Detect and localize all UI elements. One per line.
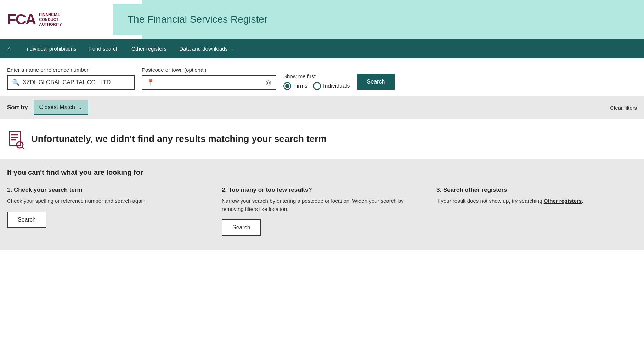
help-search-button-1[interactable]: Search (7, 212, 46, 228)
clear-filters-button[interactable]: Clear filters (610, 105, 637, 111)
postcode-input[interactable] (157, 79, 263, 86)
name-search-field: Enter a name or reference number 🔍 (7, 67, 135, 90)
sort-current-value: Closest Match (39, 104, 75, 110)
home-icon[interactable]: ⌂ (7, 44, 12, 53)
fca-logo: FCA FINANCIAL CONDUCT AUTHORITY (7, 12, 62, 27)
nav-fund-search[interactable]: Fund search (83, 39, 125, 58)
svg-rect-0 (9, 131, 21, 145)
search-button[interactable]: Search (357, 74, 395, 90)
fca-authority-text: FINANCIAL CONDUCT AUTHORITY (39, 12, 62, 27)
nav-other-registers[interactable]: Other registers (125, 39, 173, 58)
individuals-radio-button[interactable] (313, 82, 321, 90)
help-item-3-heading: 3. Search other registers (436, 187, 637, 194)
name-search-input[interactable] (23, 79, 130, 86)
top-header: FCA FINANCIAL CONDUCT AUTHORITY The Fina… (0, 0, 644, 39)
help-item-1: 1. Check your search term Check your spe… (7, 187, 208, 236)
help-item-1-body: Check your spelling or reference number … (7, 197, 208, 205)
search-section: Enter a name or reference number 🔍 Postc… (0, 58, 644, 96)
document-search-icon (7, 131, 26, 149)
sort-bar: Sort by Closest Match ⌄ Clear filters (0, 96, 644, 119)
postcode-input-wrap: 📍 ◎ (142, 75, 276, 90)
help-item-3-body: If your result does not show up, try sea… (436, 197, 637, 205)
search-icon: 🔍 (12, 79, 20, 86)
help-item-2-heading: 2. Too many or too few results? (222, 187, 422, 194)
radio-group: Firms Individuals (283, 82, 350, 90)
help-search-button-2[interactable]: Search (222, 219, 261, 236)
postcode-search-label: Postcode or town (optional) (142, 67, 276, 73)
help-section: If you can't find what you are looking f… (0, 159, 644, 250)
help-item-1-heading: 1. Check your search term (7, 187, 208, 194)
help-item-2-body: Narrow your search by entering a postcod… (222, 197, 422, 213)
nav-individual-prohibitions[interactable]: Individual prohibitions (19, 39, 83, 58)
sort-left: Sort by Closest Match ⌄ (7, 100, 88, 115)
other-registers-link[interactable]: Other registers (544, 198, 582, 204)
help-title: If you can't find what you are looking f… (7, 168, 637, 177)
header-title-area: The Financial Services Register (113, 4, 644, 35)
location-icon: 📍 (147, 79, 154, 86)
name-search-label: Enter a name or reference number (7, 67, 135, 73)
chevron-down-icon: ⌄ (78, 104, 83, 110)
search-row: Enter a name or reference number 🔍 Postc… (7, 67, 637, 90)
no-results-message: Unfortunately, we didn't find any result… (31, 131, 327, 144)
sort-by-label: Sort by (7, 104, 28, 111)
help-grid: 1. Check your search term Check your spe… (7, 187, 637, 236)
name-search-input-wrap: 🔍 (7, 75, 135, 90)
main-nav: ⌂ Individual prohibitions Fund search Ot… (0, 39, 644, 58)
firms-label: Firms (293, 83, 307, 89)
chevron-down-icon: ⌄ (230, 46, 233, 51)
help-item-3: 3. Search other registers If your result… (436, 187, 637, 236)
no-results-icon (7, 131, 26, 153)
site-title: The Financial Services Register (128, 14, 267, 25)
postcode-search-field: Postcode or town (optional) 📍 ◎ (142, 67, 276, 90)
svg-line-5 (22, 147, 24, 149)
nav-data-downloads[interactable]: Data and downloads ⌄ (173, 39, 240, 58)
help-item-2: 2. Too many or too few results? Narrow y… (222, 187, 422, 236)
sort-dropdown[interactable]: Closest Match ⌄ (34, 100, 88, 115)
no-results-section: Unfortunately, we didn't find any result… (0, 119, 644, 159)
firms-radio-option[interactable]: Firms (283, 82, 307, 90)
target-icon[interactable]: ◎ (266, 79, 271, 86)
fca-letters: FCA (7, 12, 35, 27)
firms-radio-button[interactable] (283, 82, 291, 90)
logo-area: FCA FINANCIAL CONDUCT AUTHORITY (0, 4, 113, 35)
show-me-first-label: Show me first (283, 73, 350, 79)
show-me-first: Show me first Firms Individuals (283, 73, 350, 90)
individuals-radio-option[interactable]: Individuals (313, 82, 350, 90)
individuals-label: Individuals (323, 83, 350, 89)
